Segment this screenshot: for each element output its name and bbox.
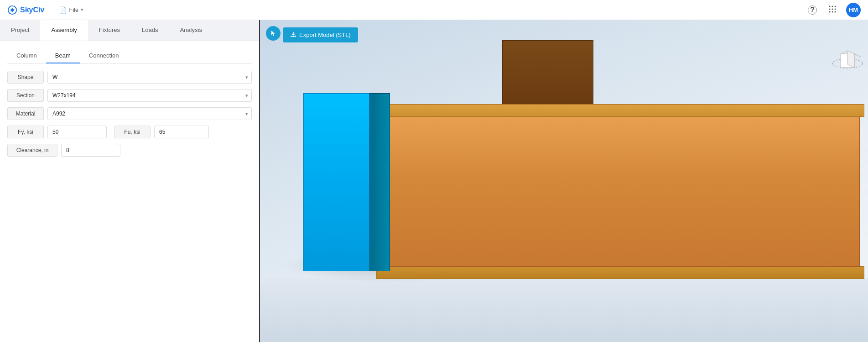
tab-assembly[interactable]: Assembly (40, 20, 88, 41)
file-icon: 📄 (59, 6, 67, 14)
orange-notch (502, 40, 593, 109)
fu-label: Fu, ksi (114, 126, 151, 138)
panel-content: Column Beam Connection Shape W S HP C (0, 41, 259, 342)
section-select[interactable]: W27x194 W24x162 W21x132 W18x106 (47, 89, 252, 102)
floor-area (260, 278, 868, 342)
clearance-label: Clearance, in (7, 144, 57, 157)
svg-point-5 (832, 8, 833, 10)
sub-tab-connection[interactable]: Connection (80, 48, 128, 63)
tab-project[interactable]: Project (0, 20, 40, 41)
svg-point-8 (832, 11, 833, 12)
file-arrow: ▾ (81, 7, 83, 13)
section-label: Section (7, 89, 44, 102)
section-select-wrapper: W27x194 W24x162 W21x132 W18x106 ▾ (47, 89, 252, 102)
file-label: File (69, 6, 78, 13)
grid-icon (828, 5, 837, 15)
main-layout: Project Assembly Fixtures Loads Analysis… (0, 20, 868, 342)
help-icon: ? (808, 5, 817, 15)
right-panel: Export Model (STL) (260, 20, 868, 342)
orange-top-flange (376, 104, 864, 117)
orange-body (381, 116, 860, 267)
sub-tab-beam[interactable]: Beam (46, 48, 80, 63)
shape-select[interactable]: W S HP C L (47, 71, 252, 84)
svg-point-1 (829, 5, 831, 7)
material-row: Material A992 A36 A572 Gr50 ▾ (7, 107, 252, 120)
shape-row: Shape W S HP C L ▾ (7, 71, 252, 84)
logo-icon (7, 5, 17, 15)
material-select[interactable]: A992 A36 A572 Gr50 (47, 107, 252, 120)
svg-point-3 (835, 5, 836, 7)
logo-text: SkyCiv (20, 6, 44, 14)
user-avatar[interactable]: HM (846, 3, 861, 17)
material-select-wrapper: A992 A36 A572 Gr50 ▾ (47, 107, 252, 120)
fy-label: Fy, ksi (7, 126, 44, 138)
left-panel: Project Assembly Fixtures Loads Analysis… (0, 20, 260, 342)
avatar-text: HM (849, 6, 858, 13)
clearance-input[interactable] (61, 144, 120, 157)
sub-tab-bar: Column Beam Connection (7, 48, 252, 63)
svg-point-6 (835, 8, 836, 10)
tab-analysis[interactable]: Analysis (169, 20, 213, 41)
shape-select-wrapper: W S HP C L ▾ (47, 71, 252, 84)
svg-point-7 (829, 11, 831, 12)
file-menu[interactable]: 📄 File ▾ (55, 5, 87, 16)
material-label: Material (7, 107, 44, 120)
3d-scene (260, 20, 868, 342)
tab-fixtures[interactable]: Fixtures (88, 20, 131, 41)
svg-point-9 (835, 11, 836, 12)
svg-point-2 (832, 5, 833, 7)
sub-tab-column[interactable]: Column (7, 48, 46, 63)
beam-shape (303, 93, 369, 271)
svg-point-4 (829, 8, 831, 10)
fy-input[interactable] (47, 126, 107, 138)
help-button[interactable]: ? (806, 4, 819, 16)
orange-bottom-flange (376, 266, 864, 279)
fy-fu-row: Fy, ksi Fu, ksi (7, 126, 252, 138)
shape-label: Shape (7, 71, 44, 84)
top-tab-bar: Project Assembly Fixtures Loads Analysis (0, 20, 259, 41)
navbar: SkyCiv 📄 File ▾ ? (0, 0, 868, 20)
fu-input[interactable] (154, 126, 209, 138)
navbar-right: ? HM (806, 3, 861, 17)
grid-button[interactable] (826, 4, 839, 16)
clearance-row: Clearance, in (7, 144, 252, 157)
tab-loads[interactable]: Loads (131, 20, 169, 41)
section-row: Section W27x194 W24x162 W21x132 W18x106 … (7, 89, 252, 102)
app-logo[interactable]: SkyCiv (7, 5, 44, 15)
